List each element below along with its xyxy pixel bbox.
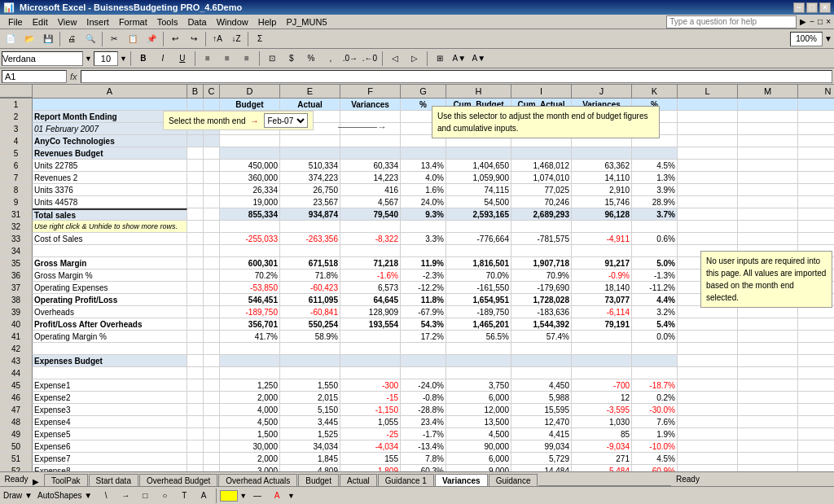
col-header-c[interactable]: C bbox=[204, 85, 220, 98]
minimize-app-icon[interactable]: − bbox=[810, 17, 814, 26]
cell-l[interactable] bbox=[678, 404, 738, 416]
cell-b[interactable] bbox=[187, 416, 204, 428]
cell-f[interactable]: 155 bbox=[340, 453, 401, 465]
cell-d[interactable]: 450,000 bbox=[220, 160, 280, 172]
cell-l[interactable] bbox=[678, 318, 738, 331]
cell-l[interactable] bbox=[678, 367, 738, 379]
cell-e[interactable]: 1,550 bbox=[280, 379, 340, 392]
cell-d[interactable]: 356,701 bbox=[220, 318, 280, 331]
cell-k[interactable] bbox=[632, 245, 678, 257]
cell-a[interactable]: Expense3 bbox=[33, 404, 187, 416]
cell-d[interactable]: 30,000 bbox=[220, 440, 280, 453]
cell-a[interactable]: Expense4 bbox=[33, 416, 187, 428]
align-right-button[interactable]: ≡ bbox=[238, 50, 256, 67]
cell-e[interactable] bbox=[280, 245, 340, 257]
cell-f[interactable]: 79,540 bbox=[340, 208, 401, 221]
cell-c[interactable] bbox=[204, 172, 220, 184]
cell-d[interactable]: 546,451 bbox=[220, 294, 280, 306]
cell-n[interactable] bbox=[798, 208, 834, 221]
cell-j[interactable]: 2,910 bbox=[572, 184, 632, 196]
cell-e[interactable]: 71.8% bbox=[280, 270, 340, 282]
cell-a[interactable]: Expense8 bbox=[33, 465, 187, 471]
cell-c[interactable] bbox=[204, 392, 220, 404]
cell-f[interactable]: -1,809 bbox=[340, 465, 401, 471]
cell-g[interactable]: -24.0% bbox=[401, 379, 446, 392]
cell-l[interactable] bbox=[678, 208, 738, 221]
cell-b[interactable] bbox=[187, 184, 204, 196]
cell-g[interactable]: 7.8% bbox=[401, 453, 446, 465]
rect-tool[interactable]: □ bbox=[136, 488, 154, 504]
cell-h[interactable] bbox=[446, 147, 511, 160]
cell-m[interactable] bbox=[738, 111, 798, 123]
cell-g[interactable]: -13.4% bbox=[401, 440, 446, 453]
cell-a[interactable]: Revenues Budget bbox=[33, 147, 187, 160]
menu-data[interactable]: Data bbox=[182, 16, 211, 28]
col-header-b[interactable]: B bbox=[187, 85, 204, 98]
cell-m[interactable] bbox=[738, 306, 798, 318]
tab-guidance[interactable]: Guidance bbox=[489, 474, 538, 486]
cell-l[interactable] bbox=[678, 135, 738, 147]
cell-g[interactable]: 17.2% bbox=[401, 331, 446, 343]
cell-b[interactable] bbox=[187, 379, 204, 392]
cell-m[interactable] bbox=[738, 208, 798, 221]
cell-d[interactable]: 70.2% bbox=[220, 270, 280, 282]
cell-b[interactable] bbox=[187, 294, 204, 306]
cell-l[interactable] bbox=[678, 160, 738, 172]
cell-i[interactable]: 12,470 bbox=[511, 416, 572, 428]
cell-k[interactable]: 3.7% bbox=[632, 208, 678, 221]
cell-b[interactable] bbox=[187, 331, 204, 343]
cell-g[interactable]: 11.9% bbox=[401, 257, 446, 270]
cell-g[interactable]: -12.2% bbox=[401, 282, 446, 294]
cell-n[interactable] bbox=[798, 331, 834, 343]
col-header-i[interactable]: I bbox=[511, 85, 572, 98]
cell-n[interactable] bbox=[798, 233, 834, 245]
cell-b[interactable] bbox=[187, 428, 204, 440]
cut-button[interactable]: ✂ bbox=[105, 31, 123, 47]
cell-a[interactable]: Revenues 2 bbox=[33, 172, 187, 184]
cell-b[interactable] bbox=[187, 343, 204, 355]
cell-j[interactable]: 18,140 bbox=[572, 282, 632, 294]
menu-tools[interactable]: Tools bbox=[152, 16, 183, 28]
cell-l[interactable] bbox=[678, 331, 738, 343]
cell-c[interactable] bbox=[204, 440, 220, 453]
cell-g[interactable] bbox=[401, 147, 446, 160]
cell-j[interactable]: 91,217 bbox=[572, 257, 632, 270]
cell-n[interactable] bbox=[798, 453, 834, 465]
sum-button[interactable]: Σ bbox=[251, 31, 269, 47]
cell-c[interactable] bbox=[204, 428, 220, 440]
cell-h[interactable]: 9,000 bbox=[446, 465, 511, 471]
col-header-j[interactable]: J bbox=[572, 85, 632, 98]
cell-f[interactable] bbox=[340, 245, 401, 257]
cell-f[interactable] bbox=[340, 331, 401, 343]
cell-b[interactable] bbox=[187, 221, 204, 233]
cell-n[interactable] bbox=[798, 404, 834, 416]
cell-l[interactable] bbox=[678, 147, 738, 160]
cell-g[interactable]: -67.9% bbox=[401, 306, 446, 318]
menu-edit[interactable]: Edit bbox=[28, 16, 53, 28]
cell-k[interactable]: 4.5% bbox=[632, 453, 678, 465]
cell-f[interactable]: -15 bbox=[340, 392, 401, 404]
cell-e[interactable] bbox=[280, 355, 340, 367]
cell-l[interactable] bbox=[678, 343, 738, 355]
cell-j[interactable]: -3,595 bbox=[572, 404, 632, 416]
save-button[interactable]: 💾 bbox=[39, 31, 57, 47]
cell-e[interactable]: 374,223 bbox=[280, 172, 340, 184]
help-input[interactable] bbox=[666, 15, 797, 28]
cell-h[interactable]: 1,654,951 bbox=[446, 294, 511, 306]
col-header-n[interactable]: N bbox=[798, 85, 834, 98]
cell-j[interactable]: 96,128 bbox=[572, 208, 632, 221]
cell-d[interactable]: 2,000 bbox=[220, 392, 280, 404]
cell-g[interactable]: 54.3% bbox=[401, 318, 446, 331]
cell-k[interactable]: 1.9% bbox=[632, 428, 678, 440]
cell-k[interactable]: 5.4% bbox=[632, 318, 678, 331]
cell-f[interactable]: -25 bbox=[340, 428, 401, 440]
cell-m[interactable] bbox=[738, 428, 798, 440]
cell-f[interactable]: -300 bbox=[340, 379, 401, 392]
cell-a[interactable]: Expense1 bbox=[33, 379, 187, 392]
cell-m[interactable] bbox=[738, 196, 798, 208]
cell-k[interactable]: 1.3% bbox=[632, 172, 678, 184]
cell-d[interactable]: 3,000 bbox=[220, 465, 280, 471]
cell-c[interactable] bbox=[204, 331, 220, 343]
cell-e[interactable]: -263,356 bbox=[280, 233, 340, 245]
cell-g[interactable]: -1.7% bbox=[401, 428, 446, 440]
